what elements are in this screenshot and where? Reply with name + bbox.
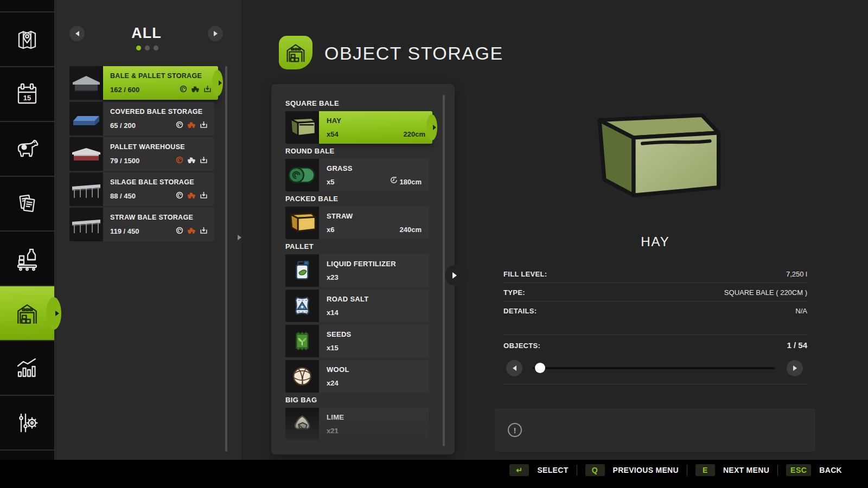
building-thumbnail bbox=[69, 208, 103, 241]
detail-row-details: DETAILS: N/A bbox=[503, 303, 807, 319]
object-list-scrollbar[interactable] bbox=[443, 95, 445, 446]
sidebar-item-calendar[interactable]: 15 bbox=[0, 67, 54, 121]
section-header: SQUARE BALE bbox=[285, 99, 455, 108]
sidebar-item-map[interactable] bbox=[0, 12, 54, 66]
storage-item-title: BALE & PALLET STORAGE bbox=[110, 72, 202, 80]
sidebar-tile-spacer-bottom bbox=[0, 451, 54, 460]
sidebar-item-statistics[interactable] bbox=[0, 341, 54, 395]
back-action-label[interactable]: BACK bbox=[819, 466, 842, 474]
objects-next-button[interactable] bbox=[787, 360, 803, 376]
unload-icon bbox=[200, 227, 208, 236]
storage-list-item-selected[interactable]: BALE & PALLET STORAGE 162 / 600 bbox=[69, 66, 214, 100]
pagination-dot-1[interactable] bbox=[136, 46, 141, 50]
object-count: x5 bbox=[327, 178, 334, 186]
object-count: x14 bbox=[327, 309, 339, 317]
objects-label: OBJECTS: bbox=[503, 342, 540, 350]
sidebar-item-production[interactable] bbox=[0, 232, 54, 285]
pagination-dot-3[interactable] bbox=[154, 46, 158, 50]
straw-bale-thumbnail bbox=[285, 207, 319, 239]
chevron-right-icon bbox=[793, 365, 797, 371]
e-key[interactable]: E bbox=[695, 464, 715, 476]
storage-list-scrollbar[interactable] bbox=[225, 66, 227, 452]
storage-item-count: 79 / 1500 bbox=[110, 157, 139, 165]
section-header: PALLET bbox=[285, 242, 455, 252]
detail-title: HAY bbox=[503, 234, 807, 249]
object-size: 240cm bbox=[400, 226, 422, 234]
sidebar-item-settings[interactable] bbox=[0, 396, 54, 450]
settings-icon bbox=[14, 410, 40, 436]
hay-bale-thumbnail bbox=[285, 111, 319, 144]
sidebar-item-storage-active[interactable] bbox=[0, 286, 54, 340]
unload-icon bbox=[200, 156, 208, 166]
bale-icon bbox=[180, 85, 187, 95]
road-salt-thumbnail bbox=[285, 290, 319, 322]
chevron-right-icon bbox=[219, 80, 222, 86]
previous-menu-action-label[interactable]: PREVIOUS MENU bbox=[613, 466, 679, 474]
bale-icon bbox=[176, 191, 183, 201]
unload-icon bbox=[200, 121, 208, 131]
objects-slider-knob[interactable] bbox=[535, 363, 545, 373]
divider bbox=[503, 384, 807, 384]
objects-value: 1 / 54 bbox=[787, 341, 807, 350]
lime-thumbnail bbox=[285, 408, 319, 440]
objects-prev-button[interactable] bbox=[506, 360, 522, 376]
pagination-dot-2[interactable] bbox=[145, 46, 150, 50]
object-row-straw[interactable]: STRAW x6 240cm bbox=[285, 207, 429, 239]
seeds-thumbnail bbox=[285, 325, 319, 357]
object-name: SEEDS bbox=[327, 330, 352, 338]
storage-item-count: 162 / 600 bbox=[110, 86, 139, 94]
divider bbox=[503, 335, 807, 335]
object-name: WOOL bbox=[327, 365, 349, 374]
bale-icon bbox=[176, 121, 183, 131]
storage-list-item[interactable]: COVERED BALE STORAGE 65 / 200 bbox=[69, 102, 214, 136]
object-row-liquid-fertilizer[interactable]: LIQUID FERTILIZER x23 bbox=[285, 254, 429, 287]
category-next-button[interactable] bbox=[208, 26, 223, 41]
sidebar-item-contracts[interactable] bbox=[0, 177, 54, 230]
storage-list-item[interactable]: SILAGE BALE STORAGE 88 / 450 bbox=[69, 172, 214, 206]
storage-shed-icon bbox=[14, 300, 41, 327]
esc-key[interactable]: ESC bbox=[786, 464, 811, 476]
object-size: 180cm bbox=[400, 178, 422, 186]
divider bbox=[777, 465, 778, 476]
storage-item-title: STRAW BALE STORAGE bbox=[110, 214, 193, 221]
tractor-icon bbox=[187, 121, 196, 131]
object-count: x21 bbox=[327, 427, 339, 435]
storage-item-title: COVERED BALE STORAGE bbox=[110, 108, 202, 115]
chevron-right-icon bbox=[433, 125, 436, 130]
object-name: LIME bbox=[327, 413, 344, 421]
q-key[interactable]: Q bbox=[585, 464, 605, 476]
chevron-right-icon bbox=[55, 311, 59, 316]
object-name: GRASS bbox=[327, 164, 353, 172]
object-storage-app-icon bbox=[279, 36, 312, 69]
tractor-icon bbox=[187, 156, 196, 166]
object-row-road-salt[interactable]: ROAD SALT x14 bbox=[285, 290, 429, 322]
select-action-label[interactable]: SELECT bbox=[537, 466, 568, 474]
cow-icon bbox=[14, 136, 41, 162]
object-row-seeds[interactable]: SEEDS x15 bbox=[285, 325, 429, 357]
object-row-hay-selected[interactable]: HAY x54 220cm bbox=[285, 111, 429, 144]
page-title: OBJECT STORAGE bbox=[324, 43, 503, 64]
object-count: x24 bbox=[327, 379, 339, 387]
object-name: LIQUID FERTILIZER bbox=[327, 260, 396, 268]
building-thumbnail bbox=[69, 102, 103, 136]
liquid-fertilizer-thumbnail bbox=[285, 254, 319, 287]
object-row-wool[interactable]: WOOL x24 bbox=[285, 360, 429, 393]
fill-level-value: 7,250 l bbox=[786, 270, 807, 278]
storage-list-item[interactable]: PALLET WAREHOUSE 79 / 1500 bbox=[69, 137, 214, 171]
object-list-panel: SQUARE BALE HAY x54 220cm bbox=[271, 84, 455, 454]
sidebar-item-animals[interactable] bbox=[0, 122, 54, 176]
panel-edge-chevron-right-icon[interactable] bbox=[238, 235, 241, 240]
chevron-right-icon bbox=[214, 31, 218, 36]
unload-icon bbox=[200, 191, 208, 201]
object-row-grass[interactable]: GRASS x5 180cm bbox=[285, 159, 429, 191]
divider bbox=[577, 465, 577, 476]
panel-edge-chevron-right-icon[interactable] bbox=[452, 272, 457, 279]
objects-slider-track[interactable] bbox=[533, 367, 775, 369]
enter-key-icon[interactable]: ↵ bbox=[509, 464, 529, 476]
next-menu-action-label[interactable]: NEXT MENU bbox=[723, 466, 769, 474]
storage-list-item[interactable]: STRAW BALE STORAGE 119 / 450 bbox=[69, 208, 214, 241]
section-header: ROUND BALE bbox=[285, 146, 455, 156]
object-count: x15 bbox=[327, 344, 339, 352]
object-row-lime[interactable]: LIME x21 bbox=[285, 408, 429, 440]
hay-bale-illustration bbox=[585, 107, 731, 206]
